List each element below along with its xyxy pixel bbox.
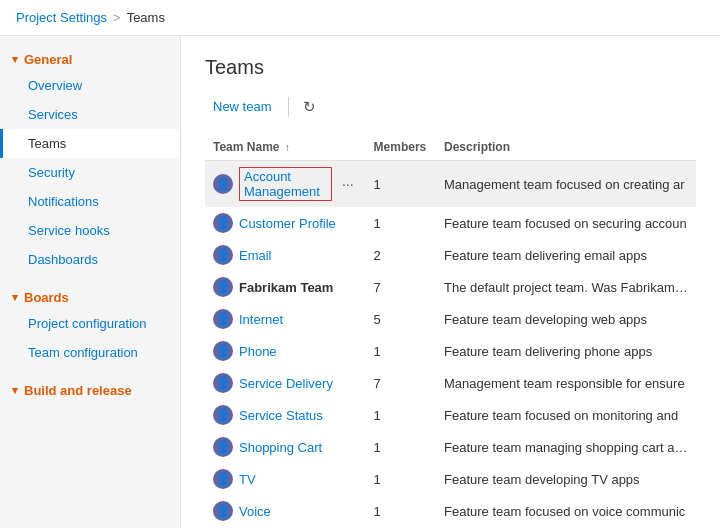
row-ellipsis-button[interactable]: ··· [338,176,358,192]
team-icon: 👤 [213,213,233,233]
team-name-link[interactable]: Customer Profile [239,216,336,231]
toolbar: New team ↻ [205,95,696,118]
sidebar-divider-1 [0,274,180,282]
team-name-link[interactable]: Shopping Cart [239,440,322,455]
new-team-button[interactable]: New team [205,95,280,118]
team-description: Feature team delivering phone apps [436,335,696,367]
team-description: Feature team developing web apps [436,303,696,335]
team-description: Feature team focused on monitoring and [436,399,696,431]
sort-icon: ↑ [285,142,290,153]
col-header-name[interactable]: Team Name ↑ [205,134,366,161]
table-row: 👤Voice1Feature team focused on voice com… [205,495,696,527]
team-members-count: 1 [366,495,436,527]
top-bar: Project Settings > Teams [0,0,720,36]
sidebar-item-teams[interactable]: Teams [0,129,180,158]
team-description: Feature team managing shopping cart app [436,431,696,463]
sidebar-item-security[interactable]: Security [0,158,180,187]
team-name-cell: 👤Email [205,239,366,271]
team-members-count: 5 [366,303,436,335]
breadcrumb-separator: > [113,10,121,25]
team-name-link[interactable]: Phone [239,344,277,359]
toolbar-divider [288,97,289,117]
table-row: 👤Service Status1Feature team focused on … [205,399,696,431]
team-name-link[interactable]: Email [239,248,272,263]
breadcrumb-project[interactable]: Project Settings [16,10,107,25]
team-name-link[interactable]: Internet [239,312,283,327]
team-name-link[interactable]: Voice [239,504,271,519]
sidebar-divider-2 [0,367,180,375]
team-name-link[interactable]: Account Management [239,167,332,201]
table-row: 👤Account Management···1Management team f… [205,161,696,208]
team-icon: 👤 [213,174,233,194]
sidebar-section-general[interactable]: ▾ General [0,44,180,71]
refresh-button[interactable]: ↻ [297,96,322,118]
table-row: 👤Fabrikam Team7The default project team.… [205,271,696,303]
team-name-cell: 👤Shopping Cart [205,431,366,463]
table-row: 👤Email2Feature team delivering email app… [205,239,696,271]
main-layout: ▾ General Overview Services Teams Securi… [0,36,720,528]
sidebar-item-overview[interactable]: Overview [0,71,180,100]
col-header-members[interactable]: Members [366,134,436,161]
team-description: Management team responsible for ensure [436,367,696,399]
team-name-link[interactable]: Service Status [239,408,323,423]
table-row: 👤Service Delivery7Management team respon… [205,367,696,399]
sidebar-item-team-configuration[interactable]: Team configuration [0,338,180,367]
team-name-link[interactable]: Service Delivery [239,376,333,391]
team-members-count: 1 [366,399,436,431]
team-icon: 👤 [213,437,233,457]
col-header-description[interactable]: Description [436,134,696,161]
teams-table: Team Name ↑ Members Description 👤Account… [205,134,696,527]
sidebar-item-service-hooks[interactable]: Service hooks [0,216,180,245]
sidebar-item-services[interactable]: Services [0,100,180,129]
team-name-cell: 👤Service Delivery [205,367,366,399]
chevron-right-icon: ▾ [12,384,18,397]
team-members-count: 7 [366,271,436,303]
team-description: Feature team focused on securing accoun [436,207,696,239]
page-title: Teams [205,56,696,79]
team-icon: 👤 [213,277,233,297]
table-row: 👤Customer Profile1Feature team focused o… [205,207,696,239]
team-members-count: 1 [366,161,436,208]
team-icon: 👤 [213,309,233,329]
sidebar-section-build[interactable]: ▾ Build and release [0,375,180,402]
team-description: Feature team developing TV apps [436,463,696,495]
chevron-down-icon: ▾ [12,53,18,66]
team-description: Feature team delivering email apps [436,239,696,271]
team-name-link[interactable]: TV [239,472,256,487]
team-description: The default project team. Was Fabrikam F… [436,271,696,303]
team-icon: 👤 [213,501,233,521]
team-members-count: 1 [366,463,436,495]
sidebar-section-boards[interactable]: ▾ Boards [0,282,180,309]
team-members-count: 1 [366,207,436,239]
team-name-cell: 👤Fabrikam Team [205,271,366,303]
team-name-cell: 👤Internet [205,303,366,335]
table-row: 👤Phone1Feature team delivering phone app… [205,335,696,367]
table-header-row: Team Name ↑ Members Description [205,134,696,161]
sidebar-section-build-label: Build and release [24,383,132,398]
team-icon: 👤 [213,245,233,265]
sidebar-item-notifications[interactable]: Notifications [0,187,180,216]
team-name-cell: 👤Phone [205,335,366,367]
table-row: 👤Shopping Cart1Feature team managing sho… [205,431,696,463]
team-description: Management team focused on creating ar [436,161,696,208]
sidebar: ▾ General Overview Services Teams Securi… [0,36,181,528]
team-icon: 👤 [213,469,233,489]
team-name-cell: 👤Customer Profile [205,207,366,239]
team-members-count: 2 [366,239,436,271]
breadcrumb-current: Teams [127,10,165,25]
sidebar-section-general-label: General [24,52,72,67]
team-name-cell: 👤Service Status [205,399,366,431]
sidebar-item-project-configuration[interactable]: Project configuration [0,309,180,338]
content-area: Teams New team ↻ Team Name ↑ Members Des… [181,36,720,528]
team-icon: 👤 [213,373,233,393]
team-name-link[interactable]: Fabrikam Team [239,280,333,295]
table-row: 👤Internet5Feature team developing web ap… [205,303,696,335]
team-members-count: 7 [366,367,436,399]
team-members-count: 1 [366,335,436,367]
team-name-cell: 👤Account Management··· [205,161,366,208]
team-icon: 👤 [213,405,233,425]
table-row: 👤TV1Feature team developing TV apps [205,463,696,495]
sidebar-section-boards-label: Boards [24,290,69,305]
team-description: Feature team focused on voice communic [436,495,696,527]
sidebar-item-dashboards[interactable]: Dashboards [0,245,180,274]
